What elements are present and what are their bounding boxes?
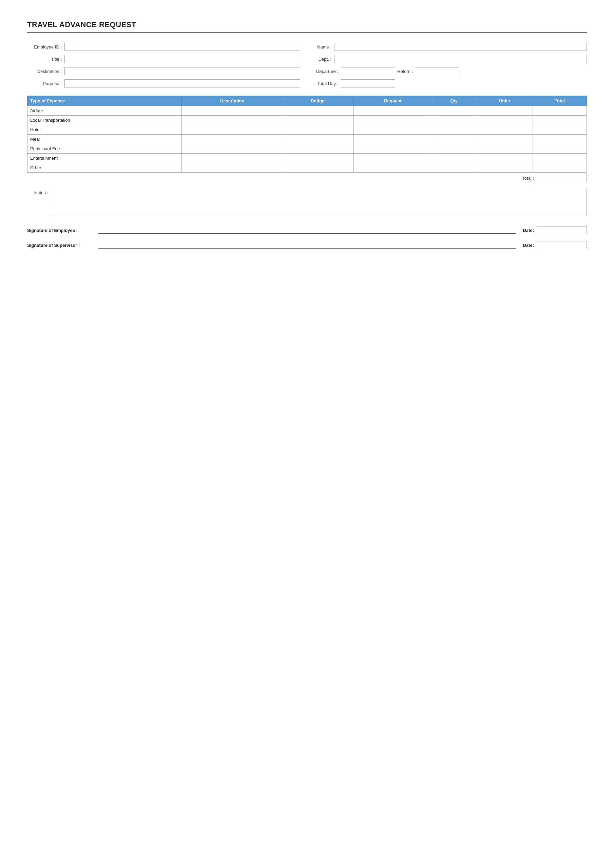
form-row-2: Title : Dept. : bbox=[27, 55, 587, 63]
expense-data-cell[interactable] bbox=[354, 116, 432, 125]
expense-data-cell[interactable] bbox=[283, 106, 353, 116]
expense-type-cell: Local Transportation bbox=[28, 116, 182, 125]
expense-data-cell[interactable] bbox=[533, 153, 587, 163]
expense-data-cell[interactable] bbox=[354, 144, 432, 153]
return-label: Return : bbox=[395, 69, 415, 74]
name-input[interactable] bbox=[334, 43, 587, 51]
expense-data-cell[interactable] bbox=[354, 153, 432, 163]
expense-data-cell[interactable] bbox=[432, 163, 476, 173]
expense-type-cell: Hotel bbox=[28, 125, 182, 135]
col-type: Type of Expense bbox=[28, 96, 182, 106]
expense-data-cell[interactable] bbox=[432, 125, 476, 135]
expense-data-cell[interactable] bbox=[283, 125, 353, 135]
expense-data-cell[interactable] bbox=[283, 153, 353, 163]
expense-data-cell[interactable] bbox=[182, 135, 283, 144]
expense-data-cell[interactable] bbox=[182, 106, 283, 116]
supervisor-date-label: Date: bbox=[523, 243, 536, 248]
supervisor-sig-label: Signature of Supervisor : bbox=[27, 243, 95, 248]
employee-date-label: Date: bbox=[523, 228, 536, 233]
purpose-input[interactable] bbox=[64, 79, 300, 87]
supervisor-signature-row: Signature of Supervisor : Date: bbox=[27, 241, 587, 249]
dept-group: Dept. : bbox=[314, 55, 587, 63]
table-row: Other bbox=[28, 163, 587, 173]
destination-label: Destination : bbox=[27, 69, 64, 74]
expense-data-cell[interactable] bbox=[476, 153, 533, 163]
expense-data-cell[interactable] bbox=[533, 116, 587, 125]
purpose-group: Purpose : bbox=[27, 79, 300, 87]
expense-data-cell[interactable] bbox=[432, 135, 476, 144]
employee-date-input[interactable] bbox=[536, 226, 587, 234]
notes-textarea[interactable] bbox=[51, 189, 587, 216]
expense-data-cell[interactable] bbox=[182, 125, 283, 135]
expense-data-cell[interactable] bbox=[432, 116, 476, 125]
expense-data-cell[interactable] bbox=[476, 144, 533, 153]
expense-data-cell[interactable] bbox=[476, 163, 533, 173]
col-request: Request bbox=[354, 96, 432, 106]
total-row: Total : bbox=[27, 174, 587, 182]
employee-id-label: Employee ID : bbox=[27, 44, 64, 50]
supervisor-date-input[interactable] bbox=[536, 241, 587, 249]
destination-input[interactable] bbox=[64, 67, 300, 75]
expense-data-cell[interactable] bbox=[533, 163, 587, 173]
col-qty: Qty bbox=[432, 96, 476, 106]
departure-input[interactable] bbox=[341, 67, 395, 75]
table-row: Hotel bbox=[28, 125, 587, 135]
expense-data-cell[interactable] bbox=[533, 106, 587, 116]
page-title: TRAVEL ADVANCE REQUEST bbox=[27, 20, 587, 29]
employee-id-group: Employee ID : bbox=[27, 43, 300, 51]
expense-type-cell: Participant Fee bbox=[28, 144, 182, 153]
expense-data-cell[interactable] bbox=[283, 163, 353, 173]
expense-data-cell[interactable] bbox=[354, 125, 432, 135]
expense-data-cell[interactable] bbox=[432, 153, 476, 163]
expense-data-cell[interactable] bbox=[182, 144, 283, 153]
title-group: Title : bbox=[27, 55, 300, 63]
notes-label: Notes : bbox=[27, 189, 51, 195]
expense-type-cell: Airfare bbox=[28, 106, 182, 116]
expense-data-cell[interactable] bbox=[283, 135, 353, 144]
expense-data-cell[interactable] bbox=[432, 144, 476, 153]
expense-data-cell[interactable] bbox=[432, 106, 476, 116]
expense-type-cell: Meal bbox=[28, 135, 182, 144]
title-input[interactable] bbox=[64, 55, 300, 63]
expense-data-cell[interactable] bbox=[533, 125, 587, 135]
name-label: Name : bbox=[314, 44, 334, 50]
purpose-label: Purpose : bbox=[27, 81, 64, 86]
dept-input[interactable] bbox=[334, 55, 587, 63]
supervisor-sig-line bbox=[98, 242, 516, 248]
table-row: Airfare bbox=[28, 106, 587, 116]
employee-sig-line bbox=[98, 227, 516, 234]
title-label: Title : bbox=[27, 57, 64, 62]
expense-data-cell[interactable] bbox=[182, 153, 283, 163]
expense-data-cell[interactable] bbox=[354, 106, 432, 116]
employee-signature-row: Signature of Employee : Date: bbox=[27, 226, 587, 234]
name-group: Name : bbox=[314, 43, 587, 51]
table-row: Meal bbox=[28, 135, 587, 144]
col-units: Units bbox=[476, 96, 533, 106]
return-input[interactable] bbox=[415, 67, 459, 75]
expense-data-cell[interactable] bbox=[476, 125, 533, 135]
expense-data-cell[interactable] bbox=[182, 116, 283, 125]
expense-data-cell[interactable] bbox=[283, 116, 353, 125]
expense-data-cell[interactable] bbox=[354, 163, 432, 173]
form-row-1: Employee ID : Name : bbox=[27, 43, 587, 51]
expense-data-cell[interactable] bbox=[476, 135, 533, 144]
expense-data-cell[interactable] bbox=[182, 163, 283, 173]
col-budget: Budget bbox=[283, 96, 353, 106]
expense-data-cell[interactable] bbox=[476, 106, 533, 116]
total-day-input[interactable] bbox=[341, 79, 395, 87]
dept-label: Dept. : bbox=[314, 57, 334, 62]
expense-data-cell[interactable] bbox=[533, 135, 587, 144]
expense-data-cell[interactable] bbox=[476, 116, 533, 125]
table-row: Local Transportation bbox=[28, 116, 587, 125]
departure-label: Departure : bbox=[314, 69, 341, 74]
table-row: Entertainment bbox=[28, 153, 587, 163]
employee-id-input[interactable] bbox=[64, 43, 300, 51]
table-header-row: Type of Expense Description Budget Reque… bbox=[28, 96, 587, 106]
total-input[interactable] bbox=[536, 174, 587, 182]
signature-section: Signature of Employee : Date: Signature … bbox=[27, 226, 587, 249]
form-row-4: Purpose : Total Day : bbox=[27, 79, 587, 87]
expense-data-cell[interactable] bbox=[354, 135, 432, 144]
notes-section: Notes : bbox=[27, 189, 587, 216]
expense-data-cell[interactable] bbox=[533, 144, 587, 153]
expense-data-cell[interactable] bbox=[283, 144, 353, 153]
